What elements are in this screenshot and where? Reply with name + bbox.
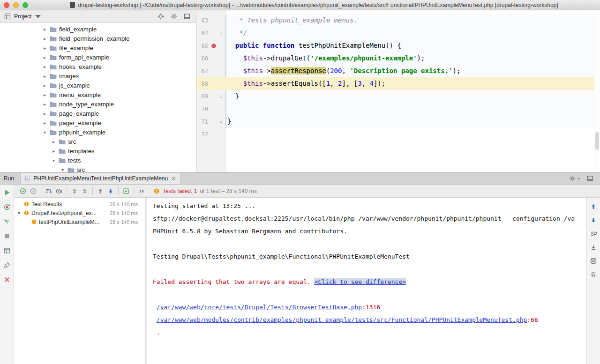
close-icon[interactable] [171,176,176,181]
fold-icon[interactable] [219,119,224,124]
chevron-right-icon[interactable]: ▸ [42,83,47,88]
show-ignored-button[interactable] [28,186,38,196]
code-line[interactable]: 67 $this->assertResponse(200, 'Descripti… [196,65,594,77]
console-line [153,288,586,301]
code-editor[interactable]: 63 * Tests phpunit_example menus.64 */65… [196,10,600,172]
code-line[interactable]: 68 $this->assertEquals([1, 2], [3, 4]); [196,77,594,90]
code-line[interactable]: 72 [196,128,594,141]
sort-duration-button[interactable] [54,186,64,196]
hide-run-panel-button[interactable] [585,173,595,184]
autotest-button[interactable] [2,216,12,227]
rerun-failed-button[interactable] [2,202,12,212]
show-passed-button[interactable] [18,186,28,196]
chevron-right-icon[interactable]: ▸ [42,74,47,79]
import-results-button[interactable] [121,186,131,196]
trash-button[interactable] [588,269,599,280]
up-blue-button[interactable] [588,201,599,212]
folder-icon [50,92,57,98]
project-tree-item[interactable]: ▸images [0,71,196,81]
editor-scrollbar[interactable] [594,10,600,172]
failed-run-icon[interactable] [211,43,217,49]
scroll-end-button[interactable] [588,242,599,253]
project-tree-item[interactable]: ▸src [0,137,196,146]
line-number: 65 [196,43,208,49]
test-tree-item[interactable]: Test Results28 s 140 ms [14,200,145,208]
fold-icon[interactable] [219,94,224,99]
project-tree-item[interactable]: ▸menu_example [0,90,196,99]
chevron-right-icon[interactable]: ▸ [42,64,47,69]
project-tree-item[interactable]: ▸form_api_example [0,52,196,62]
project-tree-item[interactable]: ▸file_example [0,43,196,52]
restore-layout-button[interactable] [2,245,12,256]
hide-project-panel-button[interactable] [182,11,192,22]
chevron-right-icon[interactable]: ▸ [51,139,56,144]
locate-file-button[interactable] [156,11,166,22]
pin-button[interactable] [2,260,12,270]
project-tree-item[interactable]: ▸templates [0,146,196,156]
soft-wrap-button[interactable] [588,229,599,239]
code-line[interactable]: 70 [196,103,594,115]
chevron-right-icon[interactable]: ▸ [42,27,47,32]
print-button[interactable] [588,256,599,266]
stop-button[interactable] [2,231,12,241]
code-line[interactable]: 71} [196,115,594,128]
editor-scrollbar-thumb[interactable] [595,132,599,150]
code-text [225,103,594,115]
window-close-button[interactable] [4,2,9,8]
chevron-right-icon[interactable]: ▸ [42,45,47,51]
chevron-right-icon[interactable]: ▸ [42,55,47,60]
project-settings-button[interactable] [169,11,179,22]
project-toolwindow-icon[interactable] [4,13,11,20]
console-link[interactable]: <Click to see difference> [314,278,406,285]
php-file-icon: php [25,176,30,181]
code-line[interactable]: 64 */ [196,27,594,39]
project-tree-item[interactable]: ▸pager_example [0,118,196,127]
play-button[interactable] [2,187,12,198]
chevron-down-icon[interactable]: ▾ [51,158,56,163]
project-panel-title[interactable]: Project [14,13,31,20]
project-tree-item[interactable]: ▾src [0,165,196,172]
chevron-right-icon[interactable]: ▸ [42,92,47,97]
code-line[interactable]: 65 public function testPhpUnitExampleMen… [196,39,594,52]
chevron-right-icon[interactable]: ▸ [42,36,47,41]
chevron-right-icon[interactable]: ▸ [42,111,47,116]
expand-all-button[interactable] [69,186,80,196]
chevron-right-icon[interactable]: ▸ [42,102,47,107]
project-tree-item[interactable]: ▸node_type_example [0,99,196,109]
chevron-down-icon[interactable]: ▾ [60,167,65,172]
chevron-right-icon[interactable]: ▸ [51,149,56,154]
project-tree-item[interactable]: ▸hooks_example [0,62,196,71]
chevron-down-icon[interactable]: ▾ [16,210,22,215]
more-button[interactable] [136,186,147,196]
test-tree-item[interactable]: testPhpUnitExampleM...28 s 140 ms [14,217,145,226]
fold-icon[interactable] [219,31,224,36]
project-tree-item[interactable]: ▸field_example [0,24,196,34]
project-tree-item[interactable]: ▸field_permission_example [0,34,196,43]
chevron-right-icon[interactable]: ▸ [42,120,47,126]
console-output[interactable]: Testing started at 13:25 ...sftp://docke… [147,198,586,364]
close-red-button[interactable] [2,275,12,285]
run-tab[interactable]: php PHPUnitExampleMenuTest.testPhpUnitEx… [20,173,181,184]
project-tree-item[interactable]: ▾phpunit_example [0,127,196,137]
collapse-all-button[interactable] [80,186,90,196]
code-line[interactable]: 69 } [196,90,594,103]
console-link[interactable]: /var/www/web/modules/contrib/examples/ph… [157,316,527,323]
project-tree-item[interactable]: ▸js_example [0,81,196,90]
arrow-up-button[interactable] [95,186,105,196]
code-line[interactable]: 66 $this->drupalGet('/examples/phpunit-e… [196,52,594,65]
chevron-down-icon[interactable] [34,13,42,20]
window-zoom-button[interactable] [22,2,28,8]
test-tree-item[interactable]: ▾Drupal\Tests\phpunit_ex...28 s 140 ms [14,208,145,217]
folder-name: page_example [59,110,99,117]
project-tree-item[interactable]: ▾tests [0,156,196,165]
window-minimize-button[interactable] [13,2,19,8]
project-tree-item[interactable]: ▸page_example [0,109,196,118]
sort-alpha-button[interactable] [44,186,54,196]
run-settings-button[interactable] [569,175,580,182]
arrow-down-button[interactable] [105,186,116,196]
console-link[interactable]: /var/www/web/core/tests/Drupal/Tests/Bro… [157,304,362,311]
chevron-down-icon[interactable]: ▾ [42,130,47,135]
test-name: Drupal\Tests\phpunit_ex... [31,210,97,216]
down-blue-button[interactable] [588,215,599,225]
code-line[interactable]: 63 * Tests phpunit_example menus. [196,14,594,27]
